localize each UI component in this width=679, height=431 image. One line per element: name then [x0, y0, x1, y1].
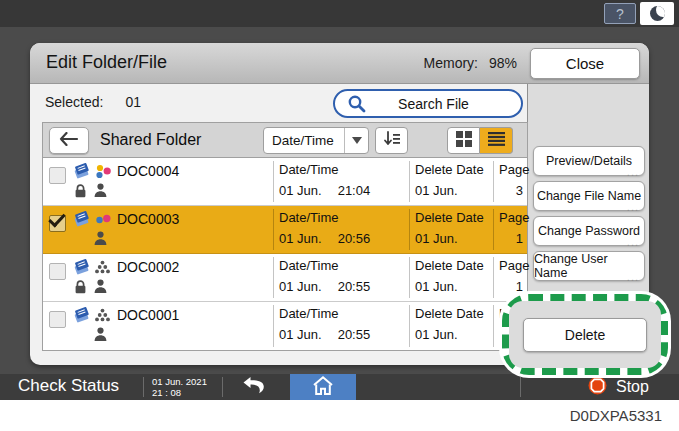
- column-divider: [409, 305, 410, 347]
- black-white-icon: [95, 260, 110, 278]
- moon-icon: [650, 6, 665, 21]
- time-text: 21 : 08: [152, 387, 207, 398]
- date-value: 01 Jun.20:55: [279, 279, 370, 294]
- sort-descending-icon: [383, 131, 401, 151]
- dialog-header: Edit Folder/File Memory: 98% Close: [30, 43, 649, 84]
- search-file-button[interactable]: Search File: [333, 89, 523, 118]
- datetime-display: 01 Jun. 2021 21 : 08: [152, 376, 207, 398]
- memory-indicator: Memory: 98%: [424, 55, 517, 71]
- help-button[interactable]: ?: [604, 3, 636, 24]
- column-divider: [273, 209, 274, 250]
- folder-title: Shared Folder: [100, 131, 201, 149]
- two-color-icon: [95, 212, 112, 231]
- delete-date-col-label: Delete Date: [415, 162, 484, 177]
- grid-view-icon: [456, 131, 472, 151]
- date-col-label: Date/Time: [279, 162, 338, 177]
- delete-date-col-label: Delete Date: [415, 210, 484, 225]
- home-button[interactable]: [290, 374, 356, 400]
- user-icon: [94, 231, 107, 249]
- delete-date-col-label: Delete Date: [415, 306, 484, 321]
- thumbnail-view-button[interactable]: [447, 127, 480, 154]
- selected-label: Selected:: [45, 94, 103, 110]
- lock-icon: [74, 184, 87, 202]
- ellipsis-mark: ...: [627, 166, 639, 178]
- change-password-label: Change Password: [538, 224, 640, 238]
- preview-details-label: Preview/Details: [546, 154, 632, 168]
- table-row[interactable]: DOC0004 Date/Time 01 Jun.21:04 Delete Da…: [43, 158, 527, 206]
- file-name: DOC0004: [117, 163, 179, 179]
- date-value: 01 Jun.20:55: [279, 327, 370, 342]
- ellipsis-mark: ...: [627, 271, 639, 283]
- row-checkbox[interactable]: [49, 167, 66, 184]
- bottombar-divider: [222, 377, 223, 397]
- table-row[interactable]: DOC0001 Date/Time 01 Jun.20:55 Delete Da…: [43, 302, 527, 350]
- column-divider: [409, 161, 410, 202]
- page-value: 1: [489, 279, 523, 294]
- ellipsis-mark: ...: [627, 236, 639, 248]
- bottombar-divider: [143, 377, 144, 397]
- change-user-name-button[interactable]: Change User Name ...: [533, 251, 645, 281]
- change-file-name-label: Change File Name: [537, 189, 641, 203]
- preview-details-button[interactable]: Preview/Details ...: [533, 146, 645, 176]
- close-button[interactable]: Close: [530, 48, 640, 79]
- date-value: 01 Jun.20:56: [279, 231, 370, 246]
- back-arrow-icon: [59, 132, 79, 150]
- figure-id: D0DXPA5331: [570, 407, 662, 424]
- date-col-label: Date/Time: [279, 306, 338, 321]
- search-icon: [347, 94, 366, 113]
- delete-button[interactable]: Delete: [523, 318, 647, 352]
- delete-date-value: 01 Jun.: [415, 279, 458, 294]
- column-divider: [273, 161, 274, 202]
- device-screen: ? Edit Folder/File Memory: 98% Close Pre…: [0, 0, 679, 400]
- page-value: 1: [489, 231, 523, 246]
- page-col-label: Page: [499, 210, 529, 225]
- change-file-name-button[interactable]: Change File Name ...: [533, 181, 645, 211]
- back-undo-button[interactable]: [235, 375, 271, 399]
- energy-saver-button[interactable]: [640, 2, 674, 25]
- file-list-header: Shared Folder Date/Time: [43, 123, 527, 158]
- sort-key-value: Date/Time: [264, 133, 344, 148]
- stored-document-icon: [72, 258, 91, 279]
- list-view-button[interactable]: [480, 127, 513, 154]
- date-value: 01 Jun.21:04: [279, 183, 370, 198]
- check-status-button[interactable]: Check Status: [18, 376, 119, 396]
- memory-value: 98%: [489, 55, 517, 71]
- file-name: DOC0001: [117, 307, 179, 323]
- delete-date-value: 01 Jun.: [415, 231, 458, 246]
- page-col-label: Page: [499, 258, 529, 273]
- sort-direction-button[interactable]: [375, 127, 408, 154]
- column-divider: [273, 305, 274, 347]
- file-list: Shared Folder Date/Time: [42, 122, 528, 351]
- stop-icon: [588, 376, 607, 399]
- delete-date-value: 01 Jun.: [415, 327, 458, 342]
- back-button[interactable]: [49, 127, 89, 154]
- date-col-label: Date/Time: [279, 258, 338, 273]
- row-checkbox[interactable]: [49, 263, 66, 280]
- highlight-inner: Delete: [509, 301, 661, 368]
- date-text: 01 Jun. 2021: [152, 376, 207, 387]
- stop-label: Stop: [616, 378, 649, 396]
- lock-icon: [74, 280, 87, 298]
- view-toggle: [447, 127, 513, 154]
- row-checkbox[interactable]: [49, 311, 66, 328]
- help-label: ?: [616, 6, 624, 22]
- bottombar-divider: [520, 377, 521, 397]
- stored-document-icon: [72, 162, 91, 183]
- row-checkbox-checked[interactable]: [49, 215, 66, 232]
- delete-date-col-label: Delete Date: [415, 258, 484, 273]
- check-icon: [48, 210, 65, 228]
- change-password-button[interactable]: Change Password ...: [533, 216, 645, 246]
- dropdown-arrow-icon: [344, 128, 368, 153]
- table-row[interactable]: DOC0002 Date/Time 01 Jun.20:55 Delete Da…: [43, 254, 527, 302]
- user-icon: [94, 327, 107, 345]
- sort-key-dropdown[interactable]: Date/Time: [263, 127, 369, 154]
- stored-document-icon: [72, 306, 91, 327]
- table-row[interactable]: DOC0003 Date/Time 01 Jun.20:56 Delete Da…: [43, 206, 527, 254]
- highlight-dashed-border: Delete: [502, 294, 668, 375]
- search-label: Search File: [366, 96, 501, 112]
- date-col-label: Date/Time: [279, 210, 338, 225]
- file-name: DOC0002: [117, 259, 179, 275]
- stored-document-icon: [72, 210, 91, 231]
- column-divider: [409, 257, 410, 298]
- full-color-icon: [95, 164, 112, 183]
